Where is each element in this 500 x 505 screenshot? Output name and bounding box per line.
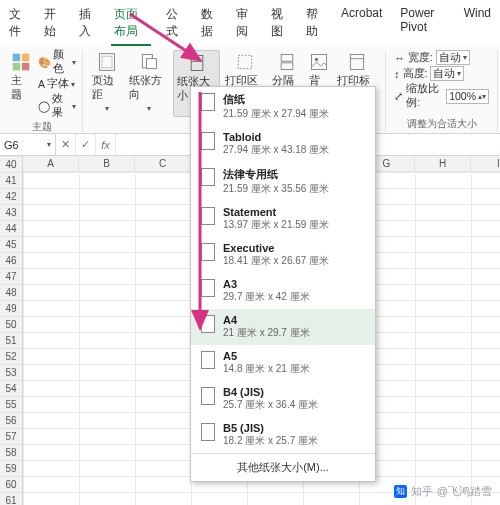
col-header[interactable]: B [79, 156, 135, 172]
row-header[interactable]: 56 [0, 413, 22, 429]
row-header[interactable]: 58 [0, 445, 22, 461]
palette-icon: 🎨 [38, 56, 51, 69]
tab-插入[interactable]: 插入 [76, 4, 99, 46]
svg-rect-3 [22, 63, 30, 71]
page-icon [201, 132, 215, 150]
page-icon [201, 207, 215, 225]
col-header[interactable]: A [23, 156, 79, 172]
width-select[interactable]: 自动▾ [436, 50, 470, 65]
row-header[interactable]: 52 [0, 349, 22, 365]
tab-Acrobat[interactable]: Acrobat [338, 4, 385, 46]
enter-icon[interactable]: ✓ [76, 134, 96, 155]
tab-开始[interactable]: 开始 [41, 4, 64, 46]
col-header[interactable]: C [135, 156, 191, 172]
row-header[interactable]: 41 [0, 173, 22, 189]
svg-rect-1 [22, 54, 30, 62]
svg-rect-5 [102, 56, 112, 68]
zhihu-icon: 知 [394, 485, 407, 498]
svg-rect-7 [146, 59, 156, 69]
paper-option-A3[interactable]: A329.7 厘米 x 42 厘米 [191, 273, 375, 309]
tab-文件[interactable]: 文件 [6, 4, 29, 46]
watermark: 知 知乎 @飞鸿踏雪 [394, 484, 492, 499]
scale-spin[interactable]: 100%▴▾ [446, 89, 489, 104]
tab-页面布局[interactable]: 页面布局 [111, 4, 151, 46]
paper-option-Statement[interactable]: Statement13.97 厘米 x 21.59 厘米 [191, 201, 375, 237]
tab-帮助[interactable]: 帮助 [303, 4, 326, 46]
row-header[interactable]: 55 [0, 397, 22, 413]
fx-icon[interactable]: fx [96, 134, 116, 155]
page-icon [201, 315, 215, 333]
svg-rect-0 [13, 54, 21, 62]
fonts-button[interactable]: A字体▾ [38, 77, 76, 91]
row-header[interactable]: 43 [0, 205, 22, 221]
tab-审阅[interactable]: 审阅 [233, 4, 256, 46]
page-icon [201, 93, 215, 111]
paper-option-信纸[interactable]: 信纸21.59 厘米 x 27.94 厘米 [191, 87, 375, 126]
svg-rect-8 [191, 56, 203, 71]
tab-数据[interactable]: 数据 [198, 4, 221, 46]
col-header[interactable]: H [415, 156, 471, 172]
svg-rect-13 [312, 55, 327, 70]
svg-rect-10 [238, 55, 251, 68]
name-box[interactable]: G6▾ [0, 134, 56, 155]
colors-button[interactable]: 🎨颜色▾ [38, 48, 76, 76]
tab-Power Pivot[interactable]: Power Pivot [397, 4, 448, 46]
themes-label: 主题 [11, 74, 31, 102]
page-icon [201, 423, 215, 441]
svg-rect-12 [281, 63, 293, 70]
page-icon [201, 279, 215, 297]
scale-icon: ⤢ [394, 90, 403, 102]
row-header[interactable]: 42 [0, 189, 22, 205]
paper-size-menu: 信纸21.59 厘米 x 27.94 厘米Tabloid27.94 厘米 x 4… [190, 86, 376, 482]
tab-视图[interactable]: 视图 [268, 4, 291, 46]
paper-option-B5 (JIS)[interactable]: B5 (JIS)18.2 厘米 x 25.7 厘米 [191, 417, 375, 453]
row-header[interactable]: 49 [0, 301, 22, 317]
row-header[interactable]: 45 [0, 237, 22, 253]
row-header[interactable]: 54 [0, 381, 22, 397]
row-header[interactable]: 46 [0, 253, 22, 269]
width-icon: ↔ [394, 52, 405, 64]
effects-button[interactable]: ◯效果▾ [38, 92, 76, 120]
themes-button[interactable]: 主题 [8, 50, 34, 120]
row-header[interactable]: 61 [0, 493, 22, 505]
col-header[interactable]: I [471, 156, 500, 172]
row-header[interactable]: 51 [0, 333, 22, 349]
row-header[interactable]: 48 [0, 285, 22, 301]
svg-rect-11 [281, 55, 293, 62]
height-select[interactable]: 自动▾ [430, 66, 464, 81]
paper-option-A5[interactable]: A514.8 厘米 x 21 厘米 [191, 345, 375, 381]
svg-rect-2 [13, 63, 21, 71]
height-icon: ↕ [394, 68, 399, 80]
paper-option-Tabloid[interactable]: Tabloid27.94 厘米 x 43.18 厘米 [191, 126, 375, 162]
row-header[interactable]: 53 [0, 365, 22, 381]
svg-point-14 [315, 58, 318, 61]
group-label-scale: 调整为合适大小 [407, 117, 477, 132]
cancel-icon[interactable]: ✕ [56, 134, 76, 155]
page-icon [201, 387, 215, 405]
row-header[interactable]: 40 [0, 157, 22, 173]
paper-option-Executive[interactable]: Executive18.41 厘米 x 26.67 厘米 [191, 237, 375, 273]
row-header[interactable]: 44 [0, 221, 22, 237]
row-header[interactable]: 50 [0, 317, 22, 333]
tab-公式[interactable]: 公式 [163, 4, 186, 46]
font-icon: A [38, 78, 45, 90]
row-header[interactable]: 57 [0, 429, 22, 445]
paper-option-B4 (JIS)[interactable]: B4 (JIS)25.7 厘米 x 36.4 厘米 [191, 381, 375, 417]
tab-Wind[interactable]: Wind [461, 4, 494, 46]
paper-option-A4[interactable]: A421 厘米 x 29.7 厘米 [191, 309, 375, 345]
page-icon [201, 243, 215, 261]
row-header[interactable]: 47 [0, 269, 22, 285]
svg-rect-15 [350, 55, 363, 70]
group-label-themes: 主题 [32, 120, 52, 135]
margins-button[interactable]: 页边距▾ [89, 50, 124, 115]
paper-option-法律专用纸[interactable]: 法律专用纸21.59 厘米 x 35.56 厘米 [191, 162, 375, 201]
row-header[interactable]: 60 [0, 477, 22, 493]
row-header[interactable]: 59 [0, 461, 22, 477]
effects-icon: ◯ [38, 100, 50, 112]
page-icon [201, 168, 215, 186]
more-paper-sizes[interactable]: 其他纸张大小(M)... [191, 453, 375, 481]
page-icon [201, 351, 215, 369]
orientation-button[interactable]: 纸张方向▾ [126, 50, 171, 115]
